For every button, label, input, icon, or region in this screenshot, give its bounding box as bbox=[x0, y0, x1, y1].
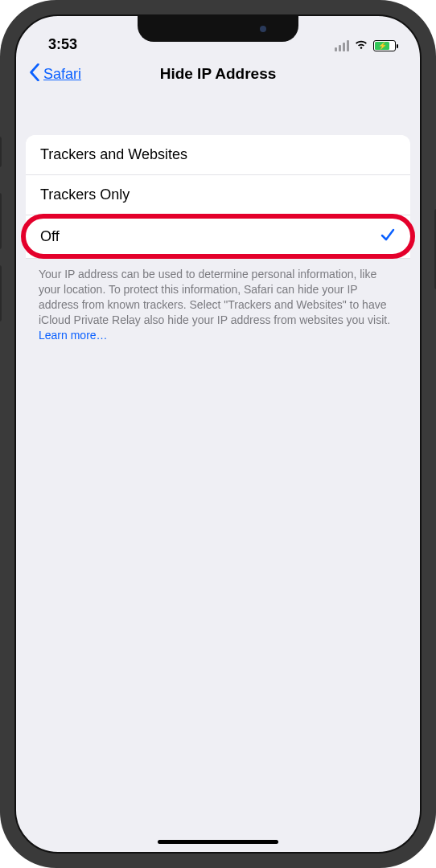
content: Trackers and Websites Trackers Only Off … bbox=[16, 93, 420, 342]
option-label: Off bbox=[40, 228, 60, 245]
footer-text: Your IP address can be used to determine… bbox=[39, 268, 390, 326]
options-list: Trackers and Websites Trackers Only Off bbox=[26, 135, 410, 259]
side-button bbox=[0, 193, 2, 249]
learn-more-link[interactable]: Learn more… bbox=[39, 329, 108, 342]
option-off[interactable]: Off bbox=[26, 215, 410, 259]
navigation-bar: Safari Hide IP Address bbox=[16, 55, 420, 93]
status-icons: ⚡ bbox=[335, 39, 396, 53]
back-label: Safari bbox=[43, 66, 81, 83]
camera-dot-icon bbox=[260, 26, 266, 32]
option-trackers-only[interactable]: Trackers Only bbox=[26, 175, 410, 215]
option-label: Trackers Only bbox=[40, 186, 130, 203]
side-button bbox=[0, 137, 2, 167]
chevron-left-icon bbox=[29, 63, 40, 85]
wifi-icon bbox=[354, 39, 368, 53]
cellular-icon bbox=[335, 40, 349, 51]
battery-icon: ⚡ bbox=[373, 40, 396, 51]
option-label: Trackers and Websites bbox=[40, 146, 187, 163]
back-button[interactable]: Safari bbox=[29, 63, 81, 85]
footer-description: Your IP address can be used to determine… bbox=[26, 259, 410, 342]
checkmark-icon bbox=[380, 227, 396, 247]
home-indicator[interactable] bbox=[158, 840, 278, 844]
status-time: 3:53 bbox=[48, 36, 77, 53]
side-button bbox=[0, 265, 2, 321]
screen: 3:53 ⚡ Safari Hide IP Address bbox=[14, 14, 422, 854]
notch bbox=[138, 16, 298, 42]
charging-bolt-icon: ⚡ bbox=[378, 43, 387, 50]
phone-frame: 3:53 ⚡ Safari Hide IP Address bbox=[0, 0, 436, 868]
option-trackers-and-websites[interactable]: Trackers and Websites bbox=[26, 135, 410, 175]
